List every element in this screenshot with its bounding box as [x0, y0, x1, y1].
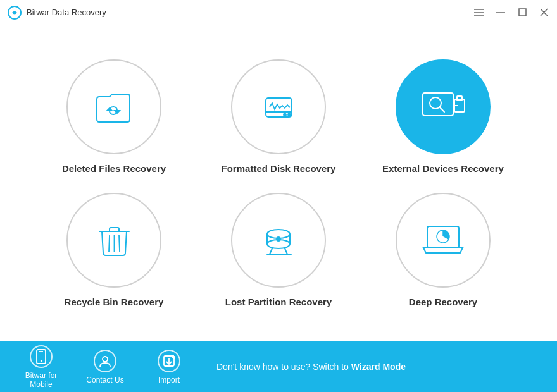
svg-point-31 [277, 237, 280, 241]
disk-scan-icon [258, 87, 299, 128]
recycle-bin-item[interactable]: Recycle Bin Recovery [38, 193, 190, 307]
external-devices-label: External Devices Recovery [382, 163, 504, 174]
lost-partition-label: Lost Partition Recovery [225, 297, 332, 307]
footer-sep-1 [73, 348, 73, 386]
deleted-files-label: Deleted Files Recovery [62, 163, 166, 174]
svg-point-12 [284, 113, 286, 116]
mobile-icon-circle [30, 345, 53, 368]
deep-recovery-label: Deep Recovery [409, 297, 477, 307]
wizard-mode-link[interactable]: Wizard Mode [351, 362, 406, 372]
footer-message: Don't know how to use? Switch to Wizard … [197, 362, 544, 372]
trash-icon [97, 220, 132, 261]
minimize-button[interactable] [495, 7, 506, 18]
svg-rect-14 [423, 93, 453, 116]
main-content: Deleted Files Recovery Formatted Disk Re… [0, 25, 557, 341]
contact-button[interactable]: Contact Us [77, 341, 134, 393]
recovery-grid: Deleted Files Recovery Formatted Disk Re… [38, 59, 519, 307]
svg-line-16 [439, 107, 444, 112]
external-device-icon [418, 88, 468, 126]
lost-partition-item[interactable]: Lost Partition Recovery [203, 193, 354, 307]
title-bar: Bitwar Data Recovery [0, 0, 557, 25]
close-button[interactable] [538, 7, 549, 18]
import-label: Import [158, 376, 180, 384]
window-controls [473, 7, 549, 18]
network-drive-icon [258, 220, 299, 261]
svg-line-23 [119, 235, 120, 252]
recycle-bin-circle [66, 193, 161, 288]
svg-rect-5 [519, 9, 526, 16]
deleted-files-item[interactable]: Deleted Files Recovery [38, 59, 190, 174]
svg-marker-9 [115, 111, 120, 113]
svg-line-21 [109, 235, 110, 252]
mobile-button[interactable]: Bitwar for Mobile [13, 341, 70, 393]
deep-recovery-circle [396, 193, 491, 288]
external-devices-circle [396, 59, 491, 154]
contact-icon-circle [94, 350, 116, 372]
svg-marker-8 [107, 108, 112, 111]
import-icon [162, 354, 176, 368]
svg-line-29 [285, 248, 287, 254]
svg-line-28 [270, 248, 272, 254]
svg-rect-32 [427, 226, 459, 248]
formatted-disk-item[interactable]: Formatted Disk Recovery [203, 59, 354, 174]
footer-actions: Bitwar for Mobile Contact Us [13, 341, 197, 393]
contact-label: Contact Us [86, 376, 123, 384]
formatted-disk-label: Formatted Disk Recovery [222, 163, 336, 174]
person-icon [98, 354, 112, 368]
import-button[interactable]: Import [141, 341, 197, 393]
deleted-files-circle [66, 59, 161, 154]
formatted-disk-circle [231, 59, 326, 154]
mobile-icon [35, 349, 47, 364]
import-icon-circle [158, 350, 180, 372]
app-logo [8, 6, 22, 20]
footer: Bitwar for Mobile Contact Us [0, 341, 557, 392]
app-title: Bitwar Data Recovery [27, 8, 473, 17]
mobile-label: Bitwar for Mobile [16, 371, 66, 389]
laptop-pie-icon [421, 221, 465, 259]
menu-button[interactable] [473, 7, 485, 18]
svg-point-36 [41, 360, 42, 361]
svg-point-13 [288, 113, 291, 116]
footer-message-text: Don't know how to use? Switch to [216, 362, 351, 372]
recycle-bin-label: Recycle Bin Recovery [65, 297, 164, 307]
maximize-button[interactable] [516, 7, 528, 18]
external-devices-item[interactable]: External Devices Recovery [367, 59, 519, 174]
svg-point-38 [103, 357, 108, 362]
folder-recycle-icon [92, 87, 136, 128]
lost-partition-circle [231, 193, 326, 288]
deep-recovery-item[interactable]: Deep Recovery [367, 193, 519, 307]
footer-sep-2 [137, 348, 137, 386]
